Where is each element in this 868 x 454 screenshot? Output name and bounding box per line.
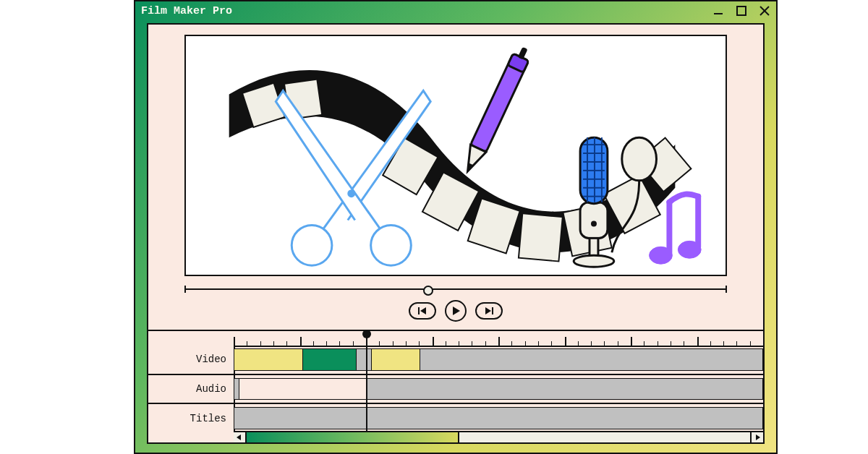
svg-point-37 [650,247,673,264]
svg-point-13 [292,225,332,265]
track-label-video: Video [148,346,234,375]
track-labels: Video Audio Titles [148,346,235,432]
playhead[interactable] [366,331,367,432]
video-clip[interactable] [302,348,357,371]
video-track[interactable] [234,346,763,375]
prev-button[interactable] [409,302,436,320]
svg-point-14 [371,225,412,265]
svg-marker-42 [485,307,491,314]
svg-marker-44 [237,434,241,440]
svg-marker-19 [460,145,486,175]
scroll-right-button[interactable] [750,432,763,442]
scroll-thumb[interactable] [247,432,459,442]
svg-marker-40 [420,307,426,314]
svg-rect-18 [518,47,528,60]
svg-rect-9 [519,213,563,261]
timeline: Video Audio Titles [148,330,763,442]
app-title: Film Maker Pro [141,5,232,17]
play-button[interactable] [445,300,467,322]
track-label-titles: Titles [148,404,234,432]
svg-rect-1 [737,7,746,15]
svg-point-38 [678,241,701,258]
titles-track[interactable] [234,404,763,432]
audio-track[interactable] [234,375,763,405]
svg-marker-45 [756,434,760,440]
maximize-button[interactable] [736,5,747,17]
track-label-audio: Audio [148,375,234,405]
timeline-grid[interactable] [234,331,763,432]
svg-rect-21 [580,202,608,239]
transport-controls [148,299,763,322]
title-bar: Film Maker Pro [135,1,776,20]
scroll-track[interactable] [247,432,750,442]
next-button[interactable] [475,302,503,320]
scroll-left-button[interactable] [234,432,247,442]
close-button[interactable] [759,5,770,17]
svg-point-15 [349,191,354,197]
time-ruler[interactable] [234,331,763,347]
video-clip[interactable] [234,348,304,371]
timeline-scrollbar[interactable] [234,431,763,442]
svg-rect-39 [418,307,420,314]
svg-point-24 [591,221,597,227]
audio-clip[interactable] [239,378,367,401]
svg-rect-43 [492,307,493,314]
svg-marker-41 [453,307,460,315]
seek-thumb[interactable] [423,286,433,296]
preview-illustration [186,36,726,275]
video-clip[interactable] [371,348,420,371]
client-area: Video Audio Titles [147,23,765,444]
app-window: Film Maker Pro [134,0,778,454]
minimize-button[interactable] [712,5,724,17]
svg-point-23 [574,255,614,267]
svg-point-36 [622,137,657,181]
seek-bar[interactable] [184,285,727,294]
pen-icon [459,44,532,176]
preview-canvas[interactable] [184,35,727,276]
window-controls [712,5,770,17]
